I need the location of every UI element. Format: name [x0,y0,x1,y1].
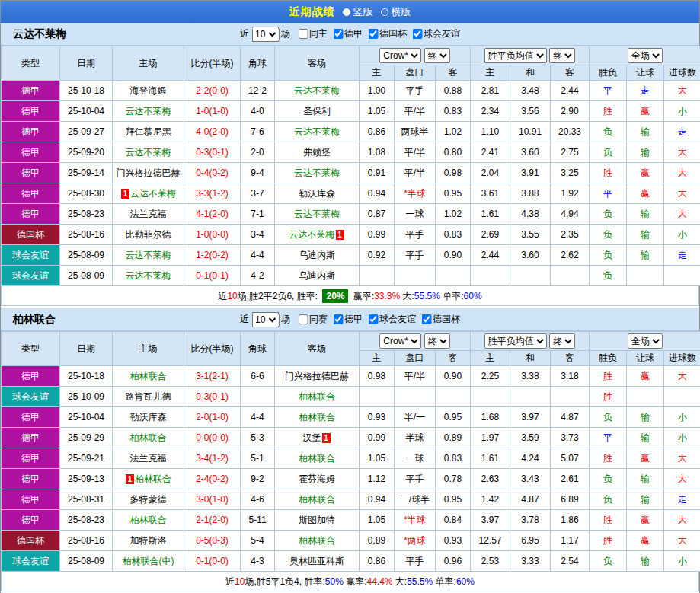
team-link[interactable]: 法兰克福 [130,209,167,219]
avg-final-select[interactable]: 终 [549,48,575,63]
scope-select[interactable]: 全场 [628,48,663,63]
team-link[interactable]: 勒沃库森 [130,412,167,422]
avg-final-select[interactable]: 终 [549,333,575,349]
team-link[interactable]: 乌迪内斯 [299,270,335,281]
odds-source-select[interactable]: Crow* [379,48,421,63]
team-link[interactable]: 勒沃库森 [299,188,335,199]
filter-checkbox-0[interactable]: 同赛 [298,313,328,326]
match-type-cell: 球会友谊 [2,266,60,286]
checkbox-input[interactable] [421,314,431,324]
scope-select[interactable]: 全场 [628,333,663,349]
recent-results-page: 近期战绩 竖版 横版 云达不莱梅 近 10 场 同主德甲德国杯球会友谊 [0,0,700,593]
team-link[interactable]: 加特斯洛 [130,535,167,546]
team-link[interactable]: 柏林联合 [299,391,335,402]
vertical-layout-radio[interactable]: 竖版 [343,5,373,19]
odds-source-select[interactable]: Crow* [379,333,421,349]
score-link[interactable]: 2-4(0-2) [184,469,241,489]
avg-odds-select[interactable]: 胜平负均值 [484,333,547,349]
odds-away-cell: 0.93 [436,531,471,551]
score-link[interactable]: 3-4(1-2) [184,448,241,469]
team-link[interactable]: 云达不莱梅 [294,85,340,96]
odds-final-select[interactable]: 终 [424,333,450,349]
team-link[interactable]: 柏林联合 [130,371,167,381]
checkbox-input[interactable] [368,29,378,39]
recent-count-select[interactable]: 10 [251,27,279,42]
team-link[interactable]: 圣保利 [303,106,331,116]
score-link[interactable]: 2-0(1-0) [184,407,241,428]
team-link[interactable]: 多特蒙德 [130,494,167,505]
team-link[interactable]: 云达不莱梅 [126,250,171,260]
team-link[interactable]: 柏林联合 [299,494,335,505]
team-link[interactable]: 法兰克福 [130,453,167,464]
score-link[interactable]: 2-1(2-0) [184,510,241,531]
horizontal-layout-radio[interactable]: 横版 [381,5,411,19]
team-link[interactable]: 门兴格拉德巴赫 [285,371,349,381]
team-link[interactable]: 云达不莱梅 [126,270,171,281]
team-link[interactable]: 柏林联合 [299,453,335,464]
filter-checkbox-1[interactable]: 德甲 [333,313,363,326]
team-link[interactable]: 门兴格拉德巴赫 [117,167,181,178]
score-link[interactable]: 0-3(0-1) [184,387,241,407]
score-link[interactable]: 3-3(1-2) [184,183,241,204]
score-link[interactable]: 1-2(0-2) [184,245,241,266]
team-link[interactable]: 比勒菲尔德 [126,229,171,240]
team-link[interactable]: 云达不莱梅 [294,209,340,219]
team-link[interactable]: 乌迪内斯 [299,250,335,260]
score-link[interactable]: 0-4(0-2) [184,163,241,183]
team-link[interactable]: 云达不莱梅 [130,188,176,199]
checkbox-input[interactable] [412,29,422,39]
match-row: 德国杯25-08-16比勒菲尔德1-0(0-0)3-4云达不莱梅10.99平手0… [2,225,700,245]
checkbox-input[interactable] [298,314,308,324]
score-link[interactable]: 0-5(0-3) [184,531,241,551]
score-link[interactable]: 2-2(0-0) [184,81,241,101]
result-cell: 胜 [590,366,627,387]
checkbox-input[interactable] [368,314,378,324]
avg-odds-select[interactable]: 胜平负均值 [484,48,547,63]
team-link[interactable]: 霍芬海姆 [299,473,335,484]
team-link[interactable]: 柏林联合(中) [123,556,174,566]
checkbox-input[interactable] [298,29,308,39]
handicap-result-cell: 输 [627,225,664,245]
recent-count-select[interactable]: 10 [251,312,279,327]
checkbox-input[interactable] [333,29,343,39]
team-link[interactable]: 汉堡 [303,432,321,443]
filter-checkbox-2[interactable]: 球会友谊 [368,313,416,326]
filter-checkbox-0[interactable]: 同主 [298,27,328,40]
score-link[interactable]: 4-1(2-0) [184,204,241,225]
score-link[interactable]: 0-3(0-1) [184,142,241,163]
filter-checkbox-2[interactable]: 德国杯 [368,27,407,40]
score-link[interactable]: 3-0(1-0) [184,489,241,510]
score-link[interactable]: 0-1(0-1) [184,266,241,286]
team-link[interactable]: 柏林联合 [130,432,167,443]
team-link[interactable]: 拜仁慕尼黑 [126,126,171,137]
score-link[interactable]: 0-1(0-0) [184,551,241,572]
summary-text: 10 [235,576,245,587]
team-link[interactable]: 云达不莱梅 [289,229,335,240]
team-link[interactable]: 路肯瓦儿德 [126,391,171,402]
team-link[interactable]: 云达不莱梅 [126,147,171,158]
score-link[interactable]: 4-0(2-0) [184,122,241,142]
checkbox-input[interactable] [333,314,343,324]
team-link[interactable]: 海登海姆 [130,85,167,96]
filter-checkbox-3[interactable]: 球会友谊 [412,27,460,40]
team-link[interactable]: 云达不莱梅 [294,126,340,137]
team-link[interactable]: 弗赖堡 [303,147,331,158]
team-link[interactable]: 奥林匹亚科斯 [289,556,344,566]
team-link[interactable]: 柏林联合 [135,473,171,484]
score-link[interactable]: 1-0(0-0) [184,225,241,245]
filter-checkbox-1[interactable]: 德甲 [333,27,363,40]
filter-checkbox-3[interactable]: 德国杯 [421,313,460,326]
team-link[interactable]: 斯图加特 [299,515,335,525]
score-link[interactable]: 3-1(2-1) [184,366,241,387]
team-link[interactable]: 柏林联合 [299,412,335,422]
col-goals: 进球数 [664,351,700,366]
odds-final-select[interactable]: 终 [424,48,450,63]
team-link[interactable]: 柏林联合 [130,515,167,525]
score-link[interactable]: 1-0(1-0) [184,101,241,122]
corner-cell: 5-3 [241,428,275,448]
score-link[interactable]: 0-0(0-0) [184,428,241,448]
team-link[interactable]: 云达不莱梅 [294,167,340,178]
match-row: 德甲25-08-301云达不莱梅3-3(1-2)3-7勒沃库森0.94*半球0.… [2,183,700,204]
team-link[interactable]: 柏林联合 [299,535,335,546]
team-link[interactable]: 云达不莱梅 [126,106,171,116]
